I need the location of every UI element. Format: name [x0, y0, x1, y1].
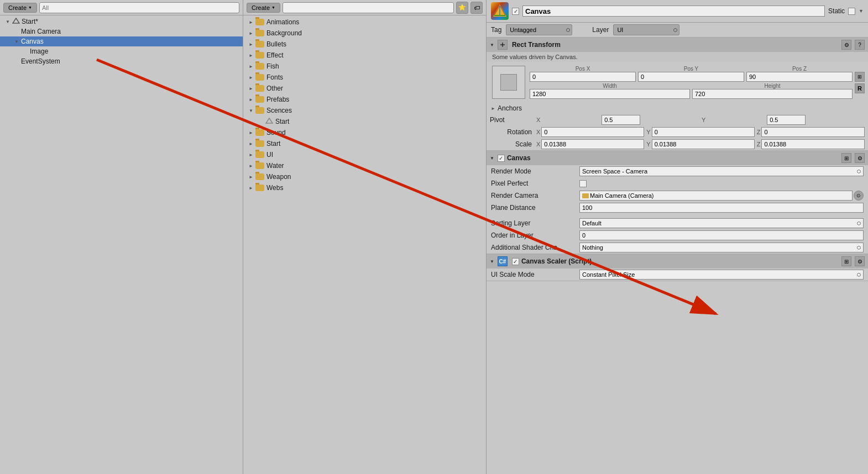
canvas-header: ▼ Canvas ⊞ ⚙	[487, 151, 868, 165]
tag-label: Tag	[491, 26, 501, 34]
sorting-layer-dropdown[interactable]: Default	[579, 218, 864, 228]
width-input[interactable]	[530, 89, 690, 99]
canvas-settings-icon[interactable]: ⚙	[855, 153, 865, 163]
project-create-button[interactable]: Create	[247, 3, 280, 13]
folder-background[interactable]: Background	[243, 28, 486, 39]
folder-bullets[interactable]: Bullets	[243, 39, 486, 50]
folder-other[interactable]: Other	[243, 83, 486, 94]
project-panel: Create ⭐ 🏷 Animations Background Bul	[243, 0, 487, 474]
folder-label: Fonts	[266, 73, 283, 81]
expand-icon	[248, 96, 254, 103]
folder-prefabs[interactable]: Prefabs	[243, 94, 486, 105]
tag-layer-row: Tag Untagged Layer UI	[487, 23, 868, 38]
rect-transform-settings-icon[interactable]: ⚙	[841, 40, 851, 50]
rot-x-input[interactable]	[541, 127, 644, 137]
canvas-scaler-enabled[interactable]	[512, 258, 519, 265]
project-search-input[interactable]	[283, 2, 454, 13]
folder-water[interactable]: Water	[243, 160, 486, 171]
active-checkbox[interactable]	[512, 8, 519, 15]
tag-dropdown[interactable]: Untagged	[506, 24, 572, 35]
object-icon	[491, 2, 509, 20]
rect-transform-help-icon[interactable]: ?	[855, 40, 865, 50]
hierarchy-create-button[interactable]: Create	[3, 3, 37, 13]
hierarchy-search-input[interactable]	[39, 2, 239, 13]
pixel-perfect-label: Pixel Perfect	[491, 180, 579, 187]
pos-x-input[interactable]	[530, 72, 636, 82]
pos-z-input[interactable]	[746, 72, 853, 82]
folder-icon	[255, 185, 264, 191]
hierarchy-item-maincamera[interactable]: Main Camera	[0, 27, 243, 36]
hierarchy-item-image[interactable]: Image	[0, 46, 243, 56]
pixel-perfect-checkbox[interactable]	[579, 180, 587, 187]
expand-icon	[248, 107, 254, 114]
folder-start[interactable]: Start	[243, 138, 486, 149]
folder-fish[interactable]: Fish	[243, 61, 486, 72]
folder-effect[interactable]: Effect	[243, 50, 486, 61]
folder-webs[interactable]: Webs	[243, 182, 486, 193]
canvas-scaler-copy-icon[interactable]: ⊞	[841, 256, 851, 266]
folder-animations[interactable]: Animations	[243, 17, 486, 28]
scale-z-input[interactable]	[761, 139, 865, 149]
svg-marker-1	[266, 118, 273, 123]
scene-start[interactable]: Start	[243, 116, 486, 127]
canvas-scaler-settings-icon[interactable]: ⚙	[855, 256, 865, 266]
aspect-ratio-button[interactable]: ⊞	[855, 72, 865, 82]
camera-mini-icon	[582, 193, 589, 198]
pos-inputs: Pos X Pos Y Pos Z	[530, 66, 853, 99]
canvas-enabled-checkbox[interactable]	[498, 155, 505, 162]
pos-y-input[interactable]	[638, 72, 744, 82]
ui-scale-dropdown[interactable]: Constant Pixel Size	[579, 270, 864, 280]
spacer-icon	[13, 58, 20, 65]
project-toolbar: Create ⭐ 🏷	[243, 0, 486, 15]
folder-label: Fish	[266, 62, 279, 70]
order-layer-row: Order in Layer	[487, 229, 868, 241]
height-input[interactable]	[692, 89, 853, 99]
rot-z-input[interactable]	[761, 127, 865, 137]
labels-icon[interactable]: 🏷	[470, 2, 483, 14]
hierarchy-item-canvas[interactable]: Canvas	[0, 36, 243, 46]
shader-channel-dropdown[interactable]: Nothing	[579, 243, 864, 252]
expand-icon	[248, 19, 254, 25]
expand-icon	[248, 74, 254, 81]
rect-pos-row: Pos X Pos Y Pos Z	[487, 62, 868, 103]
plane-distance-input[interactable]	[579, 203, 864, 213]
expand-icon	[248, 30, 254, 36]
folder-icon	[255, 129, 264, 136]
rect-transform-section: ▼ Rect Transform ⚙ ? Some values driven …	[487, 38, 868, 151]
expand-icon	[248, 140, 254, 147]
rot-x-label: X	[536, 129, 540, 135]
r-button[interactable]: R	[855, 83, 865, 93]
static-checkbox[interactable]	[848, 8, 855, 15]
folder-weapon[interactable]: Weapon	[243, 171, 486, 182]
rot-y-input[interactable]	[652, 127, 755, 137]
canvas-copy-icon[interactable]: ⊞	[841, 153, 851, 163]
folder-ui[interactable]: UI	[243, 149, 486, 160]
favorites-icon[interactable]: ⭐	[456, 2, 468, 14]
order-layer-label: Order in Layer	[491, 231, 579, 239]
hierarchy-item-eventsystem[interactable]: EventSystem	[0, 56, 243, 66]
collapse-btn[interactable]: ▼	[490, 43, 494, 48]
folder-scences[interactable]: Scences	[243, 105, 486, 116]
collapse-btn[interactable]: ▼	[490, 156, 494, 161]
folder-icon	[255, 96, 264, 103]
render-mode-dropdown[interactable]: Screen Space - Camera	[579, 166, 864, 176]
inspector-content: ▼ Rect Transform ⚙ ? Some values driven …	[487, 38, 868, 474]
collapse-btn[interactable]: ▼	[490, 259, 494, 264]
pivot-x-input[interactable]	[602, 115, 640, 125]
cs-icon-text: C#	[499, 259, 506, 265]
layer-dropdown[interactable]: UI	[613, 24, 679, 35]
rect-inner	[500, 74, 517, 91]
render-camera-target-btn[interactable]: ⊙	[854, 191, 864, 201]
anchors-row[interactable]: Anchors	[487, 103, 868, 114]
hierarchy-item-start[interactable]: Start*	[0, 17, 243, 27]
width-label: Width	[530, 83, 690, 89]
folder-fonts[interactable]: Fonts	[243, 72, 486, 83]
expand-icon	[248, 63, 254, 70]
pivot-y-input[interactable]	[767, 115, 806, 125]
static-dropdown-arrow[interactable]: ▼	[859, 8, 864, 14]
folder-sound[interactable]: Sound	[243, 127, 486, 138]
order-layer-input[interactable]	[579, 230, 864, 240]
scale-y-input[interactable]	[652, 139, 755, 149]
scale-x-input[interactable]	[541, 139, 644, 149]
object-name-input[interactable]	[522, 6, 825, 17]
